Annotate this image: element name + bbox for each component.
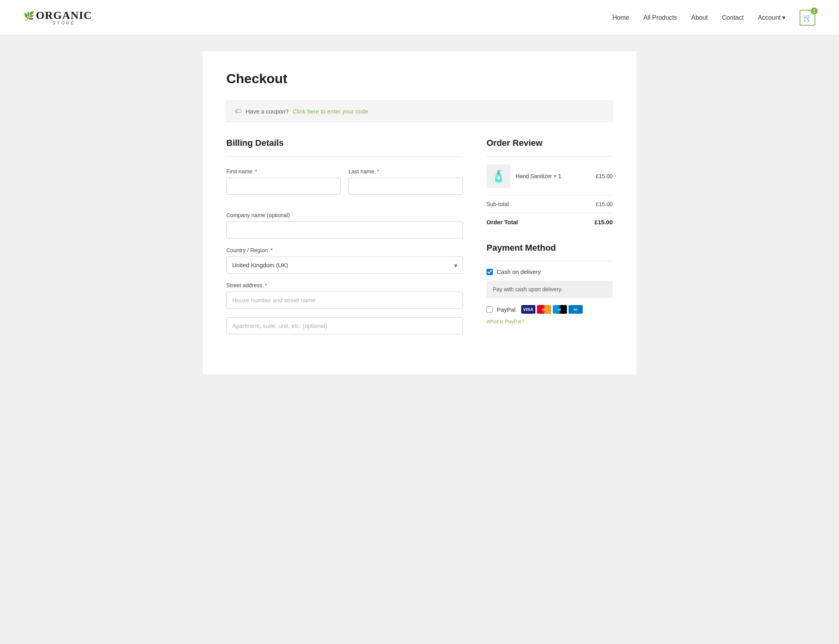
chevron-down-icon: ▾ bbox=[782, 14, 785, 21]
order-item-image: 🧴 bbox=[487, 164, 510, 188]
account-label: Account bbox=[758, 14, 781, 21]
checkout-layout: Billing Details First name * Last name bbox=[226, 138, 613, 343]
apt-input[interactable] bbox=[226, 317, 463, 334]
country-select[interactable]: United Kingdom (UK) United States (US) G… bbox=[226, 257, 463, 274]
name-row: First name * Last name * bbox=[226, 168, 463, 203]
subtotal-value: £15.00 bbox=[596, 201, 613, 207]
paypal-what-link[interactable]: What is PayPal? bbox=[487, 318, 524, 324]
paypal-card-icons: VISA MC M AE bbox=[521, 305, 583, 314]
total-row: Order Total £15.00 bbox=[487, 213, 613, 231]
billing-section: Billing Details First name * Last name bbox=[226, 138, 463, 343]
mastercard-icon: MC bbox=[537, 305, 551, 314]
billing-title: Billing Details bbox=[226, 138, 463, 148]
logo-leaf-icon: 🌿 bbox=[24, 11, 34, 21]
coupon-link[interactable]: Click here to enter your code bbox=[293, 108, 368, 115]
order-item-price: £15.00 bbox=[596, 173, 613, 179]
country-select-wrapper: United Kingdom (UK) United States (US) G… bbox=[226, 257, 463, 274]
country-required: * bbox=[270, 247, 272, 253]
street-input[interactable] bbox=[226, 292, 463, 309]
coupon-icon: 🏷 bbox=[235, 107, 242, 115]
page-background: Checkout 🏷 Have a coupon? Click here to … bbox=[0, 35, 839, 644]
country-label-text: Country / Region bbox=[226, 247, 268, 253]
last-name-label: Last name * bbox=[349, 168, 463, 175]
paypal-checkbox[interactable] bbox=[487, 306, 493, 313]
cash-payment-option: Cash on delivery bbox=[487, 268, 613, 275]
order-item-qty: × 1 bbox=[554, 173, 561, 179]
page-title: Checkout bbox=[226, 71, 613, 86]
logo-text: ORGANIC STORE bbox=[36, 10, 92, 25]
cash-checkbox[interactable] bbox=[487, 269, 493, 275]
order-item-name-text: Hand Sanitizer bbox=[516, 173, 552, 179]
order-review-section: Order Review 🧴 Hand Sanitizer × 1 £15.00… bbox=[487, 138, 613, 343]
cash-description: Pay with cash upon delivery. bbox=[487, 281, 613, 298]
order-item: 🧴 Hand Sanitizer × 1 £15.00 bbox=[487, 164, 613, 195]
nav-contact[interactable]: Contact bbox=[722, 14, 744, 21]
order-review-title: Order Review bbox=[487, 138, 613, 148]
main-nav: Home All Products About Contact Account … bbox=[612, 10, 815, 26]
last-name-input[interactable] bbox=[349, 178, 463, 195]
first-name-required: * bbox=[255, 168, 257, 175]
order-item-name: Hand Sanitizer × 1 bbox=[516, 173, 590, 179]
company-label: Company name (optional) bbox=[226, 212, 463, 218]
page-container: Checkout 🏷 Have a coupon? Click here to … bbox=[203, 51, 636, 374]
total-value: £15.00 bbox=[595, 219, 613, 225]
logo[interactable]: 🌿 ORGANIC STORE bbox=[24, 10, 92, 25]
street-required: * bbox=[265, 282, 267, 288]
street-label: Street address * bbox=[226, 282, 463, 288]
nav-account[interactable]: Account ▾ bbox=[758, 14, 785, 21]
apt-group bbox=[226, 317, 463, 334]
first-name-group: First name * bbox=[226, 168, 341, 195]
nav-home[interactable]: Home bbox=[612, 14, 629, 21]
billing-divider bbox=[226, 156, 463, 156]
first-name-input[interactable] bbox=[226, 178, 341, 195]
subtotal-row: Sub-total £15.00 bbox=[487, 195, 613, 213]
country-label: Country / Region * bbox=[226, 247, 463, 253]
cash-label[interactable]: Cash on delivery bbox=[497, 268, 541, 275]
cart-badge: 1 bbox=[811, 7, 818, 15]
first-name-label: First name * bbox=[226, 168, 341, 175]
country-group: Country / Region * United Kingdom (UK) U… bbox=[226, 247, 463, 274]
order-item-emoji: 🧴 bbox=[492, 170, 505, 183]
logo-sub: STORE bbox=[36, 21, 92, 25]
visa-icon: VISA bbox=[521, 305, 535, 314]
subtotal-label: Sub-total bbox=[487, 201, 509, 207]
cart-icon: 🛒 bbox=[803, 13, 812, 22]
street-label-text: Street address bbox=[226, 282, 262, 288]
street-group: Street address * bbox=[226, 282, 463, 309]
paypal-label[interactable]: PayPal bbox=[497, 306, 516, 313]
last-name-required: * bbox=[377, 168, 379, 175]
paypal-payment-option: PayPal VISA MC M AE bbox=[487, 305, 613, 314]
cart-button[interactable]: 🛒 1 bbox=[800, 10, 815, 26]
payment-divider bbox=[487, 261, 613, 261]
order-review-divider bbox=[487, 156, 613, 156]
maestro-icon: M bbox=[553, 305, 567, 314]
company-group: Company name (optional) bbox=[226, 212, 463, 238]
first-name-label-text: First name bbox=[226, 168, 252, 175]
nav-about[interactable]: About bbox=[691, 14, 708, 21]
last-name-group: Last name * bbox=[349, 168, 463, 195]
payment-title: Payment Method bbox=[487, 243, 613, 253]
total-label: Order Total bbox=[487, 219, 518, 225]
amex-icon: AE bbox=[569, 305, 583, 314]
nav-all-products[interactable]: All Products bbox=[643, 14, 677, 21]
header: 🌿 ORGANIC STORE Home All Products About … bbox=[0, 0, 839, 35]
last-name-label-text: Last name bbox=[349, 168, 374, 175]
company-input[interactable] bbox=[226, 221, 463, 238]
coupon-bar: 🏷 Have a coupon? Click here to enter you… bbox=[226, 101, 613, 122]
logo-name: ORGANIC bbox=[36, 9, 92, 21]
coupon-text: Have a coupon? bbox=[246, 108, 289, 115]
